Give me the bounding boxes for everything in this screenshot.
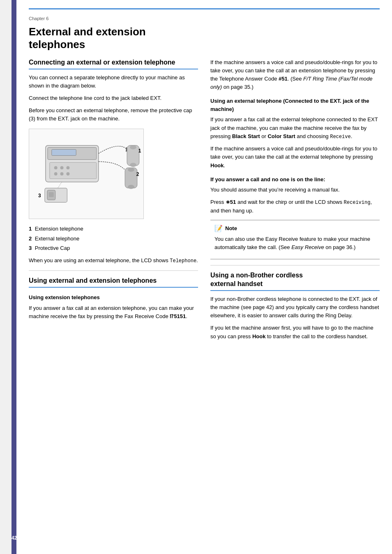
num-list-item-3: 3 Protective Cap: [29, 244, 198, 252]
svg-text:3: 3: [38, 193, 41, 199]
note-italic: Easy Receive: [291, 244, 324, 250]
chapter-label: Chapter 6: [29, 15, 380, 22]
svg-point-7: [54, 172, 58, 175]
note-text2: on page 36.): [324, 244, 356, 250]
note-title-row: 📝 Note: [214, 224, 376, 233]
section2-bold51: 51: [180, 313, 186, 319]
section3-para2-suffix: to transfer the call to the cordless han…: [265, 333, 368, 339]
main-title-line1: External and extension: [29, 25, 146, 38]
right-column: If the machine answers a voice call and …: [210, 58, 380, 538]
right-para1-suffix: . (See: [288, 76, 303, 82]
num-list-item-2: 2 External telephone: [29, 235, 198, 243]
noanswer-para2-mid: and wait for the chirp or until the LCD …: [236, 199, 344, 205]
num3: 3: [29, 245, 32, 251]
sub2-title1: Using extension telephones: [29, 293, 198, 302]
num3-label: Protective Cap: [35, 245, 70, 251]
section1-para4-prefix: When you are using an external telephone…: [29, 257, 170, 263]
ext-bold2: Color Start: [267, 133, 295, 139]
top-rule: [29, 8, 380, 9]
svg-point-17: [128, 185, 134, 189]
svg-point-5: [60, 166, 64, 170]
section3-title-line2: external handset: [210, 280, 263, 287]
svg-point-9: [66, 172, 69, 175]
section1-para1: You can connect a separate telephone dir…: [29, 74, 198, 90]
ext-or: or: [260, 133, 268, 139]
noanswer-para1: You should assume that you’re receiving …: [210, 186, 380, 194]
svg-rect-3: [50, 163, 97, 179]
svg-point-13: [130, 163, 136, 167]
sidebar-accent: 42: [12, 0, 16, 554]
num1-label: Extension telephone: [35, 226, 83, 232]
num2: 2: [29, 235, 32, 242]
svg-line-23: [58, 182, 62, 188]
section1-para4-code: Telephone: [170, 258, 196, 264]
section2-para1: If you answer a fax call at an extension…: [29, 304, 198, 321]
ext-and: and choosing: [295, 133, 330, 139]
note-box: 📝 Note You can also use the Easy Receive…: [210, 220, 380, 259]
ext-para2-suffix: .: [224, 162, 226, 169]
ext-code1: Receive: [330, 134, 350, 140]
diagram-svg: 1 2 3: [29, 129, 143, 219]
diagram-num-list: 1 Extension telephone 2 External telepho…: [29, 225, 198, 252]
right-code1: #51: [279, 76, 288, 82]
svg-point-4: [54, 166, 58, 170]
section2-para1-text: If you answer a fax call at an extension…: [29, 305, 194, 319]
diagram-container: 1 2 3: [29, 129, 144, 219]
main-title-line2: telephones: [29, 38, 85, 51]
svg-point-16: [128, 168, 134, 172]
svg-rect-2: [52, 150, 76, 156]
main-title: External and extension telephones: [29, 25, 380, 51]
right-para1: If the machine answers a voice call and …: [210, 58, 380, 92]
noanswer-code2: Receiving: [344, 200, 371, 205]
section1-title: Connecting an external or extension tele…: [29, 58, 198, 69]
note-body: You can also use the Easy Receive featur…: [214, 235, 376, 252]
section3-para1: If your non-Brother cordless telephone i…: [210, 295, 380, 320]
section3-title: Using a non-Brother cordless external ha…: [210, 271, 380, 291]
page: 42 Chapter 6 External and extension tele…: [0, 0, 392, 554]
section2-code1: ⁉51: [170, 313, 180, 319]
sub-title-noanswer: If you answer a call and no one is on th…: [210, 175, 380, 184]
num1: 1: [29, 226, 32, 232]
svg-point-8: [60, 172, 64, 175]
section3-title-line1: Using a non-Brother cordless: [210, 272, 303, 279]
note-icon: 📝: [214, 224, 223, 233]
note-title-text: Note: [225, 224, 237, 233]
right-para1-page: on page 35.): [222, 84, 254, 90]
svg-point-6: [66, 166, 69, 170]
svg-rect-21: [49, 192, 54, 197]
svg-text:2: 2: [136, 171, 139, 177]
num-list-item-1: 1 Extension telephone: [29, 225, 198, 233]
section1-para2: Connect the telephone line cord to the j…: [29, 94, 198, 102]
ext-bold3: Hook: [210, 162, 224, 169]
section1-para4: When you are using an external telephone…: [29, 256, 198, 265]
section-divider-1: [29, 270, 198, 271]
section2-title: Using external and extension telephones: [29, 277, 198, 288]
section1-para3: Before you connect an external telephone…: [29, 106, 198, 123]
svg-text:1: 1: [138, 148, 141, 154]
noanswer-para2-prefix: Press: [210, 199, 226, 205]
ext-suffix: .: [351, 133, 353, 139]
left-sidebar: 42: [0, 0, 16, 554]
section3-bold1: Hook: [252, 333, 266, 339]
svg-point-12: [130, 145, 136, 150]
page-number: 42: [12, 534, 16, 542]
section-divider-2: [210, 265, 380, 265]
noanswer-para2: Press ∗51 and wait for the chirp or unti…: [210, 198, 380, 215]
left-column: Connecting an external or extension tele…: [29, 58, 198, 538]
ext-bold1: Black Start: [232, 133, 260, 139]
main-content: Chapter 6 External and extension telepho…: [16, 0, 392, 554]
ext-para2: If the machine answers a voice call and …: [210, 145, 380, 169]
ext-para2-text: If the machine answers a voice call and …: [210, 145, 377, 160]
sub-title-ext: Using an external telephone (Connected t…: [210, 97, 380, 113]
section1-para4-suffix: .: [196, 257, 198, 263]
two-col-layout: Connecting an external or extension tele…: [29, 58, 380, 538]
num2-label: External telephone: [35, 235, 79, 242]
ext-para1: If you answer a fax call at the external…: [210, 115, 380, 141]
noanswer-code1: ∗51: [226, 199, 236, 205]
section3-para2: If you let the machine answer first, you…: [210, 324, 380, 340]
